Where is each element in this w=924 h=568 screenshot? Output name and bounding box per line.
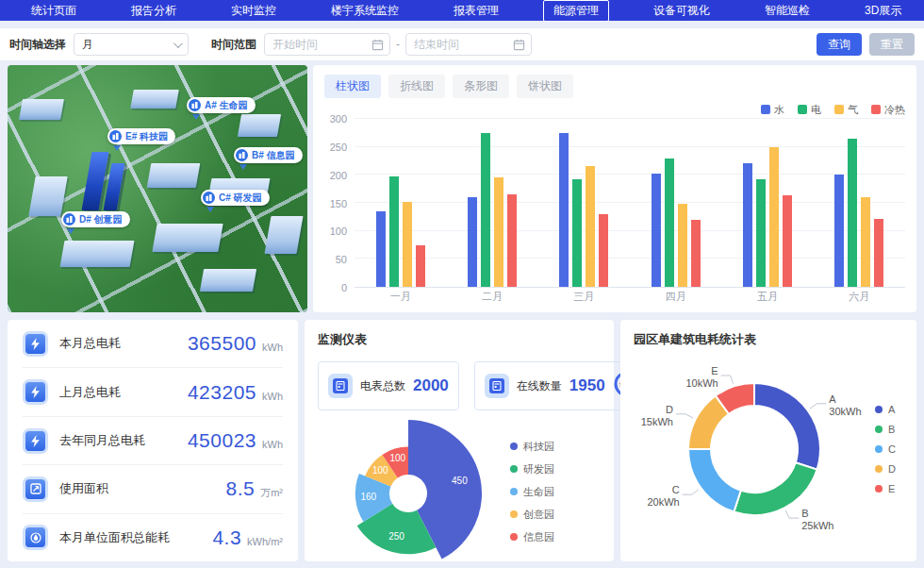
bar-冷热-四月[interactable]	[691, 220, 701, 287]
donut-legend-A[interactable]: A	[875, 404, 896, 415]
map-marker-label: A# 生命园	[205, 99, 248, 112]
donut-legend-E[interactable]: E	[875, 483, 896, 494]
y-tick-label: 300	[330, 113, 347, 125]
bar-气-三月[interactable]	[586, 166, 595, 287]
search-button[interactable]: 查询	[817, 33, 862, 56]
stat-value: 4.3	[212, 526, 241, 549]
gridline	[355, 202, 905, 203]
bar-气-四月[interactable]	[678, 204, 687, 287]
tab-柱状图[interactable]: 柱状图	[324, 75, 381, 98]
donut-legend-C[interactable]: C	[875, 443, 896, 455]
legend-item-电[interactable]: 电	[798, 102, 821, 117]
start-time-input[interactable]	[272, 38, 371, 51]
nav-item-能源管理[interactable]: 能源管理	[543, 0, 609, 22]
legend-label: 信息园	[523, 530, 554, 544]
map-marker-A[interactable]: A# 生命园	[187, 97, 256, 113]
legend-dot	[875, 485, 883, 493]
legend-item-气[interactable]: 气	[834, 102, 858, 117]
donut-legend-B[interactable]: B	[875, 424, 896, 435]
x-tick-label: 四月	[666, 290, 686, 304]
bar-plot	[355, 119, 905, 288]
bar-水-二月[interactable]	[468, 197, 477, 287]
donut-slice-A[interactable]	[754, 383, 820, 470]
stat-value: 450023	[188, 429, 256, 452]
tab-条形图[interactable]: 条形图	[453, 75, 509, 98]
bar-冷热-一月[interactable]	[416, 245, 425, 288]
bar-气-二月[interactable]	[494, 177, 503, 287]
start-time-field[interactable]	[264, 33, 390, 56]
bar-气-五月[interactable]	[769, 147, 779, 287]
rose-legend-科技园[interactable]: 科技园	[510, 440, 554, 454]
stat-label: 上月总电耗	[59, 384, 121, 401]
bar-电-二月[interactable]	[481, 133, 490, 287]
building-donut-panel: 园区单建筑电耗统计表 A30kWhB25kWhC20kWhD15kWhE10kW…	[620, 320, 916, 561]
city-map[interactable]: A# 生命园E# 科技园B# 信息园C# 研发园D# 创意园	[8, 65, 307, 312]
legend-swatch	[798, 105, 807, 114]
lightning-icon	[23, 379, 48, 405]
rose-legend-生命园[interactable]: 生命园	[510, 485, 554, 499]
bar-气-一月[interactable]	[403, 202, 412, 287]
stat-label: 去年同月总电耗	[59, 432, 145, 449]
building-shape	[130, 90, 179, 109]
stat-label: 本月总电耗	[59, 335, 121, 352]
building-icon	[189, 99, 201, 111]
end-time-field[interactable]	[405, 33, 532, 56]
map-marker-E[interactable]: E# 科技园	[107, 128, 175, 144]
gridline	[355, 118, 905, 119]
bar-电-三月[interactable]	[572, 179, 582, 287]
time-axis-select[interactable]: 月	[74, 33, 189, 56]
nav-item-报告分析[interactable]: 报告分析	[121, 0, 187, 22]
bar-冷热-二月[interactable]	[507, 194, 517, 287]
nav-item-智能巡检[interactable]: 智能巡检	[754, 0, 820, 22]
building-icon	[236, 149, 248, 161]
nav-item-3D展示[interactable]: 3D展示	[854, 0, 912, 22]
bar-电-六月[interactable]	[848, 139, 857, 287]
y-tick-label: 150	[330, 198, 347, 209]
bar-水-三月[interactable]	[559, 133, 569, 287]
stat-value: 423205	[188, 381, 256, 404]
donut-leader-line	[683, 490, 699, 494]
legend-label: 科技园	[523, 440, 554, 454]
end-time-input[interactable]	[414, 38, 513, 51]
bar-水-一月[interactable]	[376, 211, 386, 287]
stat-label: 本月单位面积总能耗	[59, 529, 170, 546]
bar-冷热-三月[interactable]	[599, 214, 608, 287]
tab-饼状图[interactable]: 饼状图	[517, 75, 573, 98]
monitor-panel: 监测仪表 电表总数2000在线数量195092% 450250160100100…	[305, 320, 614, 561]
bar-水-四月[interactable]	[652, 174, 661, 287]
donut-slice-C[interactable]	[688, 449, 741, 512]
nav-item-实时监控[interactable]: 实时监控	[221, 0, 287, 22]
map-marker-label: C# 研发园	[219, 192, 262, 205]
nav-item-设备可视化[interactable]: 设备可视化	[643, 0, 720, 22]
reset-button[interactable]: 重置	[869, 33, 915, 56]
nav-item-楼宇系统监控[interactable]: 楼宇系统监控	[321, 0, 409, 22]
bar-电-五月[interactable]	[756, 179, 766, 287]
rose-legend-创意园[interactable]: 创意园	[510, 508, 554, 522]
rose-legend-研发园[interactable]: 研发园	[510, 462, 554, 476]
rose-legend-信息园[interactable]: 信息园	[510, 530, 554, 544]
donut-label-E: E10kWh	[685, 365, 718, 389]
map-marker-pin	[192, 114, 200, 120]
legend-swatch	[834, 105, 844, 114]
bar-冷热-六月[interactable]	[874, 219, 883, 287]
filter-bar: 时间轴选择 月 时间范围 - 查询 重置	[0, 28, 924, 60]
legend-dot	[875, 426, 883, 433]
bar-水-五月[interactable]	[743, 163, 752, 287]
nav-item-报表管理[interactable]: 报表管理	[443, 0, 509, 22]
donut-legend-D[interactable]: D	[875, 463, 896, 475]
bar-电-四月[interactable]	[665, 159, 674, 287]
tab-折线图[interactable]: 折线图	[388, 75, 445, 98]
bar-group-六月	[834, 119, 883, 287]
legend-item-冷热[interactable]: 冷热	[871, 102, 905, 117]
nav-item-统计页面[interactable]: 统计页面	[21, 0, 87, 22]
legend-item-水[interactable]: 水	[761, 102, 784, 117]
bar-电-一月[interactable]	[389, 176, 399, 287]
map-marker-D[interactable]: D# 创意园	[61, 211, 130, 227]
lightning-icon	[23, 428, 48, 454]
bar-气-六月[interactable]	[861, 197, 870, 287]
map-marker-B[interactable]: B# 信息园	[234, 147, 303, 163]
bar-水-六月[interactable]	[834, 175, 844, 287]
building-shape	[200, 269, 256, 292]
map-marker-C[interactable]: C# 研发园	[201, 190, 270, 206]
bar-冷热-五月[interactable]	[783, 195, 792, 287]
